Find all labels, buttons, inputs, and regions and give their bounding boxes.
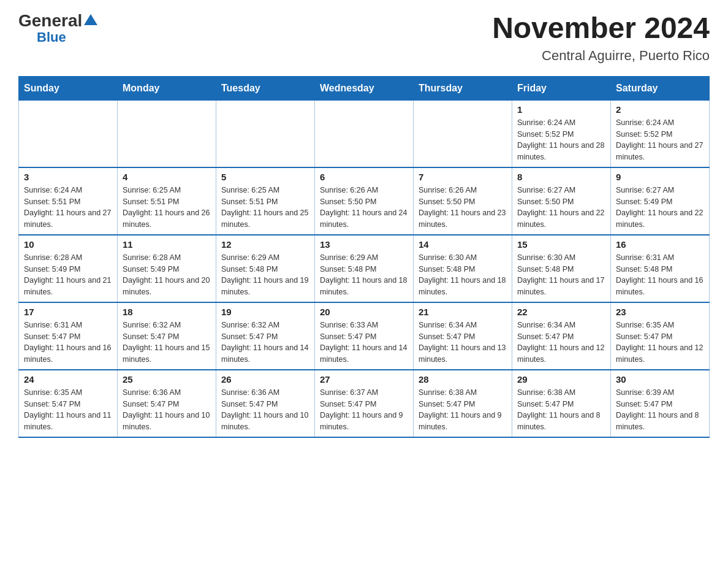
calendar-week-row: 17Sunrise: 6:31 AMSunset: 5:47 PMDayligh… [19, 302, 710, 370]
day-number: 14 [419, 239, 507, 250]
day-info: Sunrise: 6:29 AMSunset: 5:48 PMDaylight:… [221, 252, 309, 298]
day-number: 6 [320, 172, 408, 182]
day-number: 7 [419, 172, 507, 182]
svg-marker-0 [84, 14, 97, 25]
day-number: 16 [616, 239, 704, 250]
day-number: 29 [517, 374, 605, 385]
day-info: Sunrise: 6:24 AMSunset: 5:51 PMDaylight:… [24, 185, 112, 231]
day-info: Sunrise: 6:32 AMSunset: 5:47 PMDaylight:… [123, 320, 211, 366]
calendar-cell [118, 100, 216, 167]
day-info: Sunrise: 6:28 AMSunset: 5:49 PMDaylight:… [24, 252, 112, 298]
calendar-cell: 4Sunrise: 6:25 AMSunset: 5:51 PMDaylight… [118, 167, 216, 235]
calendar-cell: 20Sunrise: 6:33 AMSunset: 5:47 PMDayligh… [315, 302, 414, 370]
calendar-cell: 9Sunrise: 6:27 AMSunset: 5:49 PMDaylight… [611, 167, 710, 235]
calendar-week-row: 3Sunrise: 6:24 AMSunset: 5:51 PMDaylight… [19, 167, 710, 235]
page-title: November 2024 [492, 12, 710, 45]
calendar-cell: 18Sunrise: 6:32 AMSunset: 5:47 PMDayligh… [118, 302, 216, 370]
calendar-week-row: 10Sunrise: 6:28 AMSunset: 5:49 PMDayligh… [19, 235, 710, 302]
day-info: Sunrise: 6:35 AMSunset: 5:47 PMDaylight:… [24, 387, 112, 433]
day-number: 4 [123, 172, 211, 182]
weekday-header-sunday: Sunday [19, 76, 118, 100]
calendar-table: SundayMondayTuesdayWednesdayThursdayFrid… [18, 76, 710, 438]
day-info: Sunrise: 6:36 AMSunset: 5:47 PMDaylight:… [221, 387, 309, 433]
calendar-cell: 15Sunrise: 6:30 AMSunset: 5:48 PMDayligh… [512, 235, 611, 302]
weekday-header-row: SundayMondayTuesdayWednesdayThursdayFrid… [19, 76, 710, 100]
calendar-cell: 28Sunrise: 6:38 AMSunset: 5:47 PMDayligh… [414, 370, 512, 437]
day-number: 9 [616, 172, 704, 182]
day-number: 20 [320, 307, 408, 317]
day-info: Sunrise: 6:36 AMSunset: 5:47 PMDaylight:… [123, 387, 211, 433]
day-number: 24 [24, 374, 112, 385]
day-info: Sunrise: 6:38 AMSunset: 5:47 PMDaylight:… [517, 387, 605, 433]
day-number: 8 [517, 172, 605, 182]
day-info: Sunrise: 6:37 AMSunset: 5:47 PMDaylight:… [320, 387, 408, 433]
title-area: November 2024 Central Aguirre, Puerto Ri… [492, 12, 710, 64]
day-info: Sunrise: 6:30 AMSunset: 5:48 PMDaylight:… [517, 252, 605, 298]
page-header: General Blue November 2024 Central Aguir… [18, 12, 710, 64]
day-number: 22 [517, 307, 605, 317]
day-number: 19 [221, 307, 309, 317]
weekday-header-friday: Friday [512, 76, 611, 100]
calendar-cell: 3Sunrise: 6:24 AMSunset: 5:51 PMDaylight… [19, 167, 118, 235]
calendar-cell: 16Sunrise: 6:31 AMSunset: 5:48 PMDayligh… [611, 235, 710, 302]
calendar-cell: 30Sunrise: 6:39 AMSunset: 5:47 PMDayligh… [611, 370, 710, 437]
day-info: Sunrise: 6:26 AMSunset: 5:50 PMDaylight:… [419, 185, 507, 231]
calendar-cell: 10Sunrise: 6:28 AMSunset: 5:49 PMDayligh… [19, 235, 118, 302]
calendar-cell [19, 100, 118, 167]
calendar-cell [315, 100, 414, 167]
weekday-header-monday: Monday [118, 76, 216, 100]
day-number: 27 [320, 374, 408, 385]
calendar-cell: 11Sunrise: 6:28 AMSunset: 5:49 PMDayligh… [118, 235, 216, 302]
calendar-week-row: 24Sunrise: 6:35 AMSunset: 5:47 PMDayligh… [19, 370, 710, 437]
day-info: Sunrise: 6:30 AMSunset: 5:48 PMDaylight:… [419, 252, 507, 298]
calendar-cell: 7Sunrise: 6:26 AMSunset: 5:50 PMDaylight… [414, 167, 512, 235]
day-info: Sunrise: 6:29 AMSunset: 5:48 PMDaylight:… [320, 252, 408, 298]
weekday-header-tuesday: Tuesday [216, 76, 315, 100]
weekday-header-wednesday: Wednesday [315, 76, 414, 100]
calendar-cell: 1Sunrise: 6:24 AMSunset: 5:52 PMDaylight… [512, 100, 611, 167]
day-number: 2 [616, 104, 704, 115]
day-number: 3 [24, 172, 112, 182]
calendar-cell: 23Sunrise: 6:35 AMSunset: 5:47 PMDayligh… [611, 302, 710, 370]
weekday-header-thursday: Thursday [414, 76, 512, 100]
day-number: 17 [24, 307, 112, 317]
calendar-cell: 12Sunrise: 6:29 AMSunset: 5:48 PMDayligh… [216, 235, 315, 302]
logo-blue-text: Blue [37, 29, 66, 45]
day-info: Sunrise: 6:35 AMSunset: 5:47 PMDaylight:… [616, 320, 704, 366]
weekday-header-saturday: Saturday [611, 76, 710, 100]
calendar-cell [216, 100, 315, 167]
day-info: Sunrise: 6:31 AMSunset: 5:47 PMDaylight:… [24, 320, 112, 366]
calendar-cell: 5Sunrise: 6:25 AMSunset: 5:51 PMDaylight… [216, 167, 315, 235]
day-info: Sunrise: 6:31 AMSunset: 5:48 PMDaylight:… [616, 252, 704, 298]
day-info: Sunrise: 6:24 AMSunset: 5:52 PMDaylight:… [616, 117, 704, 163]
day-number: 5 [221, 172, 309, 182]
calendar-cell: 6Sunrise: 6:26 AMSunset: 5:50 PMDaylight… [315, 167, 414, 235]
day-number: 23 [616, 307, 704, 317]
day-info: Sunrise: 6:27 AMSunset: 5:49 PMDaylight:… [616, 185, 704, 231]
calendar-cell: 24Sunrise: 6:35 AMSunset: 5:47 PMDayligh… [19, 370, 118, 437]
day-info: Sunrise: 6:25 AMSunset: 5:51 PMDaylight:… [221, 185, 309, 231]
day-number: 28 [419, 374, 507, 385]
day-number: 25 [123, 374, 211, 385]
day-info: Sunrise: 6:32 AMSunset: 5:47 PMDaylight:… [221, 320, 309, 366]
day-info: Sunrise: 6:34 AMSunset: 5:47 PMDaylight:… [419, 320, 507, 366]
day-number: 15 [517, 239, 605, 250]
calendar-cell: 17Sunrise: 6:31 AMSunset: 5:47 PMDayligh… [19, 302, 118, 370]
logo: General Blue [18, 12, 97, 45]
day-number: 26 [221, 374, 309, 385]
day-info: Sunrise: 6:24 AMSunset: 5:52 PMDaylight:… [517, 117, 605, 163]
calendar-cell: 29Sunrise: 6:38 AMSunset: 5:47 PMDayligh… [512, 370, 611, 437]
calendar-cell: 14Sunrise: 6:30 AMSunset: 5:48 PMDayligh… [414, 235, 512, 302]
page-subtitle: Central Aguirre, Puerto Rico [492, 48, 710, 64]
calendar-cell: 8Sunrise: 6:27 AMSunset: 5:50 PMDaylight… [512, 167, 611, 235]
day-number: 30 [616, 374, 704, 385]
day-number: 12 [221, 239, 309, 250]
calendar-cell: 27Sunrise: 6:37 AMSunset: 5:47 PMDayligh… [315, 370, 414, 437]
day-info: Sunrise: 6:27 AMSunset: 5:50 PMDaylight:… [517, 185, 605, 231]
calendar-cell: 22Sunrise: 6:34 AMSunset: 5:47 PMDayligh… [512, 302, 611, 370]
day-info: Sunrise: 6:34 AMSunset: 5:47 PMDaylight:… [517, 320, 605, 366]
calendar-cell: 21Sunrise: 6:34 AMSunset: 5:47 PMDayligh… [414, 302, 512, 370]
day-number: 10 [24, 239, 112, 250]
day-info: Sunrise: 6:26 AMSunset: 5:50 PMDaylight:… [320, 185, 408, 231]
day-number: 21 [419, 307, 507, 317]
